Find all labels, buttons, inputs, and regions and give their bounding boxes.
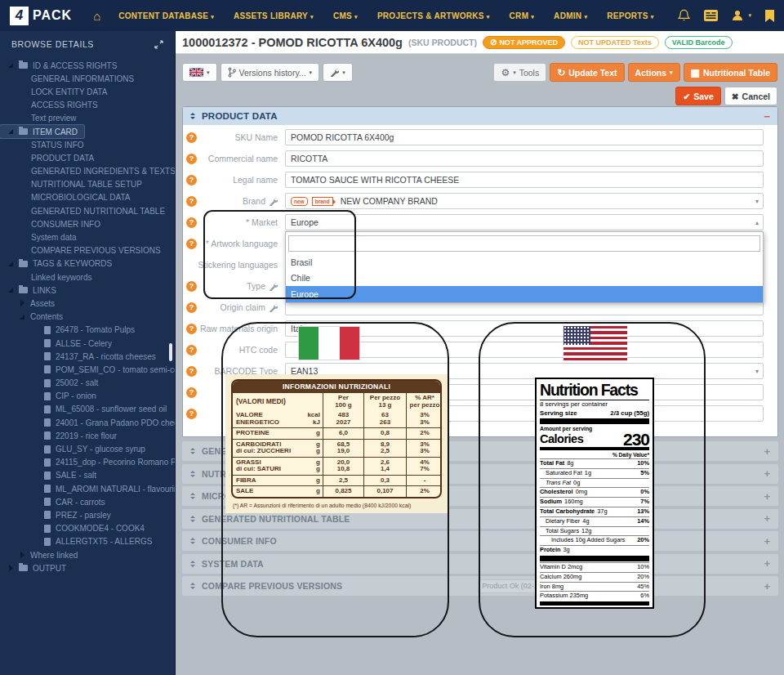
section-bar[interactable]: SYSTEM DATA +: [182, 554, 778, 574]
tree-item[interactable]: Contents: [0, 311, 175, 324]
nav-menu-item[interactable]: CRM▾: [510, 11, 535, 20]
tree-item[interactable]: ACCESS RIGHTS: [0, 99, 175, 112]
versions-history-button[interactable]: Versions history... ▾: [220, 63, 320, 82]
dropdown-option[interactable]: Europe: [286, 286, 763, 302]
tree-item[interactable]: ML_65008 - sunflower seed oil: [0, 403, 175, 416]
tree-expander-icon[interactable]: [8, 261, 15, 267]
expand-section-icon[interactable]: +: [755, 512, 770, 525]
tree-item[interactable]: POM_SEMI_CO - tomato semi-concent: [0, 363, 175, 376]
tree-item[interactable]: ITEM CARD: [0, 125, 84, 138]
tree-item[interactable]: GENERATED NUTRITIONAL TABLE: [0, 204, 175, 217]
tree-item[interactable]: CONSUMER INFO: [0, 217, 175, 230]
tree-item[interactable]: COMPARE PREVIOUS VERSIONS: [0, 244, 175, 257]
expand-section-icon[interactable]: +: [755, 490, 770, 503]
cancel-button[interactable]: ✖ Cancel: [724, 87, 777, 105]
expand-section-icon[interactable]: +: [755, 535, 770, 548]
brand-select[interactable]: new brand NEW COMPANY BRAND: [285, 193, 764, 209]
home-icon[interactable]: ⌂: [93, 9, 100, 23]
market-select[interactable]: Europe: [285, 214, 764, 230]
help-icon[interactable]: ?: [186, 175, 197, 186]
tree-item[interactable]: ID & ACCESS RIGHTS: [0, 59, 175, 72]
tree-item[interactable]: ALLSE - Celery: [0, 337, 175, 350]
tree-expander-icon[interactable]: [8, 128, 15, 135]
user-caret-icon[interactable]: ▾: [748, 12, 751, 19]
tree-item[interactable]: Assets: [0, 297, 175, 310]
dropdown-option[interactable]: Chile: [286, 270, 763, 287]
nav-menu-item[interactable]: CMS▾: [333, 11, 358, 20]
tree-item[interactable]: 25002 - salt: [0, 377, 175, 390]
wrench-icon[interactable]: [269, 197, 278, 206]
help-icon[interactable]: ?: [186, 196, 197, 207]
expand-section-icon[interactable]: +: [755, 557, 770, 570]
tree-item[interactable]: Where linked: [0, 548, 175, 561]
apps-grid-icon[interactable]: [704, 10, 718, 21]
wrench-icon[interactable]: [269, 282, 278, 291]
sku-name-input[interactable]: [285, 129, 764, 145]
dropdown-search-input[interactable]: [288, 235, 760, 252]
expand-section-icon[interactable]: +: [755, 467, 770, 480]
tree-item[interactable]: ALLERGTXT5 - ALLERGS: [0, 535, 175, 548]
nav-menu-item[interactable]: REPORTS▾: [607, 11, 653, 20]
tree-item[interactable]: OUTPUT: [0, 561, 175, 574]
tree-item[interactable]: 26478 - Tomato Pulps: [0, 324, 175, 337]
help-icon[interactable]: ?: [186, 239, 197, 249]
tree-expander-icon[interactable]: [20, 552, 26, 558]
tree-item[interactable]: STATUS INFO: [0, 138, 175, 151]
tree-item[interactable]: CAR - carrots: [0, 495, 175, 508]
tree-item[interactable]: PRODUCT DATA: [0, 151, 175, 164]
tree-item[interactable]: SALE - salt: [0, 469, 175, 482]
tools-wrench-button[interactable]: ▾: [323, 63, 353, 82]
tree-item[interactable]: GENERAL INFORMATIONS: [0, 72, 175, 85]
actions-button[interactable]: Actions ▾: [628, 63, 680, 82]
section-bar[interactable]: CONSUMER INFO +: [182, 531, 778, 551]
tree-item[interactable]: LINKS: [0, 284, 175, 297]
tree-expander-icon[interactable]: [20, 300, 26, 306]
tree-item[interactable]: ML_AROMI NATURALI - flavourings: [0, 482, 175, 495]
section-bar[interactable]: COMPARE PREVIOUS VERSIONS Product Ok (02…: [182, 576, 778, 596]
tree-item[interactable]: 24115_dop - Pecorino Romano PDO ch: [0, 456, 175, 469]
wrench-icon[interactable]: [269, 303, 278, 312]
help-icon[interactable]: ?: [186, 387, 197, 398]
help-icon[interactable]: ?: [186, 345, 197, 355]
nav-menu-item[interactable]: CONTENT DATABASE▾: [118, 11, 214, 20]
help-icon[interactable]: ?: [186, 324, 197, 334]
nav-menu-item[interactable]: PROJECTS & ARTWORKS▾: [377, 11, 490, 20]
expand-section-icon[interactable]: +: [755, 445, 770, 458]
tree-item[interactable]: 24001 - Grana Padano PDO cheese: [0, 416, 175, 429]
update-text-button[interactable]: ↻ Update Text: [550, 63, 624, 82]
tree-item[interactable]: MICROBIOLOGICAL DATA: [0, 191, 175, 204]
commercial-name-input[interactable]: [285, 150, 764, 167]
help-icon[interactable]: ?: [186, 217, 197, 228]
nav-menu-item[interactable]: ASSETS LIBRARY▾: [234, 11, 314, 20]
help-icon[interactable]: ?: [186, 302, 197, 313]
tree-expander-icon[interactable]: [8, 565, 15, 571]
tree-item[interactable]: GLU_SY - glucose syrup: [0, 442, 175, 455]
sidebar-scrollbar-thumb[interactable]: [169, 343, 172, 361]
expand-section-icon[interactable]: +: [759, 580, 770, 592]
help-icon[interactable]: ?: [186, 366, 197, 377]
tree-item[interactable]: TAGS & KEYWORDS: [0, 257, 175, 270]
tools-button[interactable]: ⚙ ▾ Tools: [493, 63, 546, 82]
tree-item[interactable]: 22019 - rice flour: [0, 429, 175, 442]
tree-item[interactable]: System data: [0, 230, 175, 244]
dropdown-option[interactable]: Brasil: [286, 254, 763, 270]
save-button[interactable]: ✔ Save: [675, 87, 720, 105]
tree-item[interactable]: Text preview: [0, 112, 175, 125]
product-data-section-header[interactable]: PRODUCT DATA −: [183, 107, 777, 125]
nutritional-table-button[interactable]: ▦ Nutritional Table: [684, 63, 777, 82]
collapse-section-icon[interactable]: −: [764, 110, 770, 123]
tree-expander-icon[interactable]: [8, 287, 15, 293]
help-icon[interactable]: ?: [186, 132, 197, 143]
help-icon[interactable]: ?: [186, 281, 197, 292]
tree-item[interactable]: CIP - onion: [0, 390, 175, 403]
help-icon[interactable]: ?: [186, 154, 197, 164]
tree-item[interactable]: Linked keywords: [0, 270, 175, 284]
tree-expander-icon[interactable]: [20, 314, 26, 320]
tree-item[interactable]: COOKMODE4 - COOK4: [0, 522, 175, 535]
legal-name-input[interactable]: [285, 172, 764, 188]
bookmark-icon[interactable]: [765, 10, 774, 22]
sidebar-collapse-icon[interactable]: [154, 40, 163, 49]
tree-item[interactable]: NUTRITIONAL TABLE SETUP: [0, 178, 175, 191]
tree-item[interactable]: PREZ - parsley: [0, 508, 175, 521]
nav-menu-item[interactable]: ADMIN▾: [554, 11, 587, 20]
